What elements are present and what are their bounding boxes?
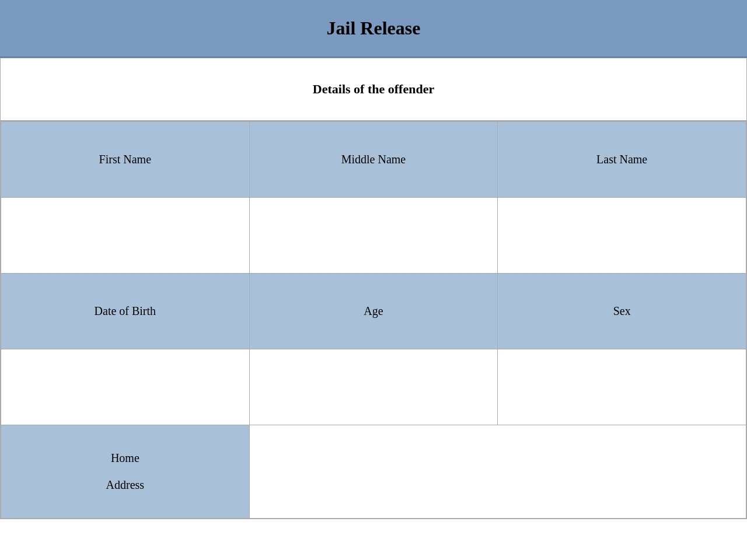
home-address-label-line2: Address <box>10 478 240 492</box>
home-address-value[interactable] <box>249 425 746 519</box>
dob-labels-row: Date of Birth Age Sex <box>1 274 746 349</box>
page-header: Jail Release <box>0 0 747 58</box>
middle-name-value[interactable] <box>249 198 498 274</box>
name-labels-row: First Name Middle Name Last Name <box>1 122 746 198</box>
age-label: Age <box>249 274 498 349</box>
section-title: Details of the offender <box>12 82 735 97</box>
home-address-label-line1: Home <box>10 452 240 465</box>
first-name-value[interactable] <box>1 198 250 274</box>
last-name-label: Last Name <box>498 122 746 198</box>
age-value[interactable] <box>249 349 498 425</box>
home-address-label: Home Address <box>1 425 250 519</box>
dob-value[interactable] <box>1 349 250 425</box>
form-container: Details of the offender First Name Middl… <box>0 58 747 519</box>
middle-name-label: Middle Name <box>249 122 498 198</box>
last-name-value[interactable] <box>498 198 746 274</box>
first-name-label: First Name <box>1 122 250 198</box>
name-values-row <box>1 198 746 274</box>
sex-value[interactable] <box>498 349 746 425</box>
page-title: Jail Release <box>12 18 735 39</box>
dob-label: Date of Birth <box>1 274 250 349</box>
form-table: First Name Middle Name Last Name Da <box>1 121 746 519</box>
dob-values-row <box>1 349 746 425</box>
section-header: Details of the offender <box>1 58 746 121</box>
sex-label: Sex <box>498 274 746 349</box>
home-address-row: Home Address <box>1 425 746 519</box>
